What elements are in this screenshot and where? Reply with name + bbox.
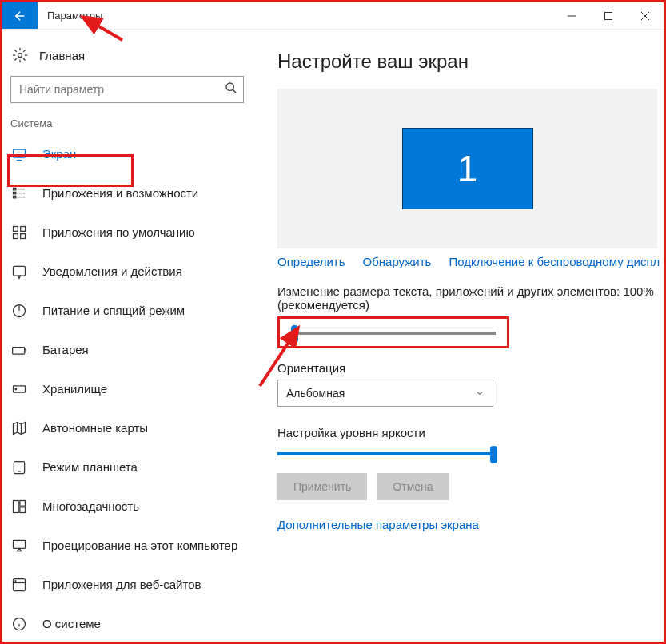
sidebar-item-7[interactable]: Автономные карты bbox=[2, 408, 258, 447]
svg-rect-18 bbox=[21, 233, 26, 238]
sidebar-item-label: Приложения для веб-сайтов bbox=[42, 578, 201, 591]
display-icon bbox=[10, 146, 28, 162]
sidebar-item-label: Режим планшета bbox=[42, 460, 138, 474]
sidebar-item-2[interactable]: Приложения по умолчанию bbox=[2, 213, 258, 252]
svg-rect-31 bbox=[14, 500, 19, 512]
sidebar-item-label: Многозадачность bbox=[42, 499, 139, 513]
svg-point-26 bbox=[15, 388, 17, 390]
sidebar-item-label: Экран bbox=[42, 147, 76, 161]
defaults-icon bbox=[10, 225, 28, 241]
svg-rect-7 bbox=[14, 149, 26, 157]
apply-button[interactable]: Применить bbox=[277, 473, 367, 500]
sidebar-item-label: О системе bbox=[42, 617, 101, 630]
page-title: Настройте ваш экран bbox=[277, 50, 657, 73]
brightness-slider[interactable] bbox=[277, 452, 497, 455]
home-label: Главная bbox=[39, 49, 85, 62]
section-label: Система bbox=[2, 114, 258, 134]
search-icon bbox=[225, 81, 237, 97]
svg-rect-16 bbox=[21, 226, 26, 231]
maps-icon bbox=[10, 420, 28, 436]
multitask-icon bbox=[10, 499, 28, 515]
gear-icon bbox=[10, 47, 30, 63]
orientation-dropdown[interactable]: Альбомная bbox=[277, 380, 493, 407]
sidebar-item-12[interactable]: О системе bbox=[2, 604, 258, 643]
sidebar-item-4[interactable]: Питание и спящий режим bbox=[2, 291, 258, 330]
sidebar-item-9[interactable]: Многозадачность bbox=[2, 487, 258, 526]
storage-icon bbox=[10, 381, 28, 397]
chevron-down-icon bbox=[475, 388, 485, 398]
detect-link[interactable]: Определить bbox=[277, 255, 345, 268]
tablet-icon bbox=[10, 459, 28, 475]
notifications-icon bbox=[10, 264, 28, 280]
sidebar-item-label: Автономные карты bbox=[42, 421, 148, 435]
orientation-label: Ориентация bbox=[277, 361, 657, 375]
svg-rect-24 bbox=[25, 349, 26, 352]
sidebar-item-3[interactable]: Уведомления и действия bbox=[2, 252, 258, 291]
sidebar-item-label: Приложения по умолчанию bbox=[42, 225, 195, 239]
about-icon bbox=[10, 616, 28, 632]
minimize-button[interactable] bbox=[553, 2, 590, 29]
wireless-display-link[interactable]: Подключение к беспроводному диспл bbox=[449, 255, 660, 268]
battery-icon bbox=[10, 342, 28, 358]
svg-rect-11 bbox=[14, 196, 16, 198]
svg-rect-19 bbox=[14, 266, 26, 276]
monitor-number: 1 bbox=[457, 147, 478, 190]
scale-slider[interactable] bbox=[291, 332, 496, 335]
sidebar: Главная Система ЭкранПриложения и возмож… bbox=[2, 30, 258, 642]
sidebar-item-label: Питание и спящий режим bbox=[42, 304, 185, 317]
close-button[interactable] bbox=[627, 2, 664, 29]
sidebar-item-0[interactable]: Экран bbox=[2, 134, 258, 173]
svg-point-38 bbox=[15, 580, 16, 581]
svg-marker-20 bbox=[18, 276, 20, 278]
window-title: Параметры bbox=[38, 2, 112, 29]
home-link[interactable]: Главная bbox=[2, 44, 258, 76]
scale-slider-highlight bbox=[277, 316, 509, 348]
search-input[interactable] bbox=[10, 76, 244, 103]
orientation-value: Альбомная bbox=[286, 387, 345, 400]
discover-link[interactable]: Обнаружить bbox=[363, 255, 432, 268]
display-arrangement[interactable]: 1 bbox=[277, 89, 657, 248]
sidebar-item-label: Проецирование на этот компьютер bbox=[42, 539, 237, 552]
sidebar-item-1[interactable]: Приложения и возможности bbox=[2, 173, 258, 213]
sidebar-item-10[interactable]: Проецирование на этот компьютер bbox=[2, 526, 258, 565]
sidebar-item-11[interactable]: Приложения для веб-сайтов bbox=[2, 565, 258, 604]
brightness-slider-thumb[interactable] bbox=[490, 446, 497, 463]
svg-rect-33 bbox=[20, 507, 26, 512]
maximize-button[interactable] bbox=[590, 2, 627, 29]
sidebar-item-5[interactable]: Батарея bbox=[2, 330, 258, 369]
svg-rect-32 bbox=[20, 500, 26, 506]
svg-rect-17 bbox=[14, 233, 18, 238]
sidebar-item-6[interactable]: Хранилище bbox=[2, 369, 258, 408]
sidebar-item-label: Батарея bbox=[42, 343, 89, 356]
sidebar-item-8[interactable]: Режим планшета bbox=[2, 447, 258, 487]
sidebar-item-label: Хранилище bbox=[42, 382, 107, 396]
svg-rect-15 bbox=[14, 226, 18, 231]
svg-rect-9 bbox=[14, 188, 16, 190]
project-icon bbox=[10, 538, 28, 554]
webapps-icon bbox=[10, 577, 28, 593]
svg-point-4 bbox=[18, 54, 22, 58]
arrow-left-icon bbox=[13, 9, 27, 23]
sidebar-item-label: Уведомления и действия bbox=[42, 264, 182, 278]
svg-point-5 bbox=[226, 83, 233, 90]
svg-rect-1 bbox=[605, 12, 612, 19]
scale-label: Изменение размера текста, приложений и д… bbox=[277, 284, 657, 312]
apps-icon bbox=[10, 185, 28, 201]
main-panel: Настройте ваш экран 1 Определить Обнаруж… bbox=[258, 30, 664, 642]
cancel-button[interactable]: Отмена bbox=[377, 473, 449, 500]
titlebar: Параметры bbox=[2, 2, 664, 30]
power-icon bbox=[10, 303, 28, 319]
back-button[interactable] bbox=[2, 2, 38, 29]
sidebar-item-label: Приложения и возможности bbox=[42, 186, 198, 200]
svg-rect-23 bbox=[13, 347, 25, 353]
scale-slider-thumb[interactable] bbox=[291, 325, 298, 343]
svg-line-6 bbox=[233, 89, 236, 93]
svg-rect-10 bbox=[14, 192, 16, 194]
brightness-label: Настройка уровня яркости bbox=[277, 426, 657, 439]
advanced-display-link[interactable]: Дополнительные параметры экрана bbox=[277, 518, 479, 531]
svg-rect-34 bbox=[14, 540, 26, 548]
monitor-tile-1[interactable]: 1 bbox=[402, 128, 533, 209]
